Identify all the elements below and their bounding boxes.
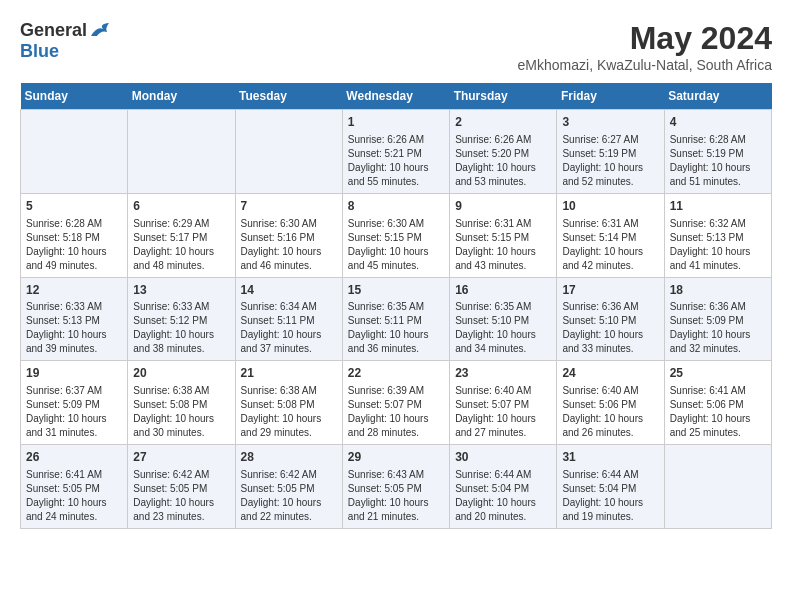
calendar-day-cell: 10Sunrise: 6:31 AM Sunset: 5:14 PM Dayli… [557,193,664,277]
calendar-day-cell: 30Sunrise: 6:44 AM Sunset: 5:04 PM Dayli… [450,445,557,529]
calendar-day-cell: 8Sunrise: 6:30 AM Sunset: 5:15 PM Daylig… [342,193,449,277]
calendar-day-cell: 6Sunrise: 6:29 AM Sunset: 5:17 PM Daylig… [128,193,235,277]
logo-bird-icon [89,22,111,40]
calendar-day-cell: 3Sunrise: 6:27 AM Sunset: 5:19 PM Daylig… [557,110,664,194]
day-info: Sunrise: 6:33 AM Sunset: 5:13 PM Dayligh… [26,300,122,356]
calendar-subtitle: eMkhomazi, KwaZulu-Natal, South Africa [518,57,772,73]
calendar-day-cell: 24Sunrise: 6:40 AM Sunset: 5:06 PM Dayli… [557,361,664,445]
day-info: Sunrise: 6:44 AM Sunset: 5:04 PM Dayligh… [455,468,551,524]
day-info: Sunrise: 6:43 AM Sunset: 5:05 PM Dayligh… [348,468,444,524]
calendar-day-cell: 12Sunrise: 6:33 AM Sunset: 5:13 PM Dayli… [21,277,128,361]
day-info: Sunrise: 6:29 AM Sunset: 5:17 PM Dayligh… [133,217,229,273]
day-number: 8 [348,198,444,215]
calendar-day-cell: 23Sunrise: 6:40 AM Sunset: 5:07 PM Dayli… [450,361,557,445]
calendar-day-cell: 20Sunrise: 6:38 AM Sunset: 5:08 PM Dayli… [128,361,235,445]
day-number: 25 [670,365,766,382]
calendar-day-cell: 21Sunrise: 6:38 AM Sunset: 5:08 PM Dayli… [235,361,342,445]
day-number: 16 [455,282,551,299]
day-of-week-header: Sunday [21,83,128,110]
day-info: Sunrise: 6:37 AM Sunset: 5:09 PM Dayligh… [26,384,122,440]
day-number: 22 [348,365,444,382]
day-info: Sunrise: 6:31 AM Sunset: 5:15 PM Dayligh… [455,217,551,273]
day-number: 20 [133,365,229,382]
day-info: Sunrise: 6:33 AM Sunset: 5:12 PM Dayligh… [133,300,229,356]
logo: General Blue [20,20,111,62]
calendar-day-cell: 26Sunrise: 6:41 AM Sunset: 5:05 PM Dayli… [21,445,128,529]
day-info: Sunrise: 6:41 AM Sunset: 5:06 PM Dayligh… [670,384,766,440]
day-number: 29 [348,449,444,466]
calendar-day-cell: 14Sunrise: 6:34 AM Sunset: 5:11 PM Dayli… [235,277,342,361]
calendar-day-cell: 13Sunrise: 6:33 AM Sunset: 5:12 PM Dayli… [128,277,235,361]
day-number: 23 [455,365,551,382]
day-info: Sunrise: 6:35 AM Sunset: 5:11 PM Dayligh… [348,300,444,356]
calendar-week-row: 12Sunrise: 6:33 AM Sunset: 5:13 PM Dayli… [21,277,772,361]
day-info: Sunrise: 6:36 AM Sunset: 5:09 PM Dayligh… [670,300,766,356]
day-number: 24 [562,365,658,382]
day-number: 28 [241,449,337,466]
day-number: 18 [670,282,766,299]
day-of-week-header: Saturday [664,83,771,110]
calendar-day-cell: 28Sunrise: 6:42 AM Sunset: 5:05 PM Dayli… [235,445,342,529]
day-info: Sunrise: 6:40 AM Sunset: 5:07 PM Dayligh… [455,384,551,440]
calendar-day-cell: 4Sunrise: 6:28 AM Sunset: 5:19 PM Daylig… [664,110,771,194]
days-header-row: SundayMondayTuesdayWednesdayThursdayFrid… [21,83,772,110]
page-header: General Blue May 2024 eMkhomazi, KwaZulu… [20,20,772,73]
day-of-week-header: Wednesday [342,83,449,110]
day-number: 2 [455,114,551,131]
day-number: 1 [348,114,444,131]
calendar-day-cell: 1Sunrise: 6:26 AM Sunset: 5:21 PM Daylig… [342,110,449,194]
calendar-day-cell: 5Sunrise: 6:28 AM Sunset: 5:18 PM Daylig… [21,193,128,277]
day-info: Sunrise: 6:30 AM Sunset: 5:15 PM Dayligh… [348,217,444,273]
day-info: Sunrise: 6:26 AM Sunset: 5:20 PM Dayligh… [455,133,551,189]
calendar-day-cell: 9Sunrise: 6:31 AM Sunset: 5:15 PM Daylig… [450,193,557,277]
day-of-week-header: Friday [557,83,664,110]
day-info: Sunrise: 6:39 AM Sunset: 5:07 PM Dayligh… [348,384,444,440]
day-number: 15 [348,282,444,299]
day-number: 27 [133,449,229,466]
day-info: Sunrise: 6:28 AM Sunset: 5:19 PM Dayligh… [670,133,766,189]
calendar-day-cell: 22Sunrise: 6:39 AM Sunset: 5:07 PM Dayli… [342,361,449,445]
day-info: Sunrise: 6:35 AM Sunset: 5:10 PM Dayligh… [455,300,551,356]
calendar-week-row: 26Sunrise: 6:41 AM Sunset: 5:05 PM Dayli… [21,445,772,529]
day-info: Sunrise: 6:41 AM Sunset: 5:05 PM Dayligh… [26,468,122,524]
day-info: Sunrise: 6:44 AM Sunset: 5:04 PM Dayligh… [562,468,658,524]
day-info: Sunrise: 6:34 AM Sunset: 5:11 PM Dayligh… [241,300,337,356]
calendar-day-cell: 2Sunrise: 6:26 AM Sunset: 5:20 PM Daylig… [450,110,557,194]
day-number: 19 [26,365,122,382]
title-block: May 2024 eMkhomazi, KwaZulu-Natal, South… [518,20,772,73]
day-info: Sunrise: 6:26 AM Sunset: 5:21 PM Dayligh… [348,133,444,189]
day-info: Sunrise: 6:40 AM Sunset: 5:06 PM Dayligh… [562,384,658,440]
day-number: 14 [241,282,337,299]
calendar-table: SundayMondayTuesdayWednesdayThursdayFrid… [20,83,772,529]
calendar-week-row: 1Sunrise: 6:26 AM Sunset: 5:21 PM Daylig… [21,110,772,194]
day-of-week-header: Thursday [450,83,557,110]
calendar-day-cell: 16Sunrise: 6:35 AM Sunset: 5:10 PM Dayli… [450,277,557,361]
day-number: 30 [455,449,551,466]
day-number: 10 [562,198,658,215]
calendar-day-cell: 19Sunrise: 6:37 AM Sunset: 5:09 PM Dayli… [21,361,128,445]
calendar-day-cell: 11Sunrise: 6:32 AM Sunset: 5:13 PM Dayli… [664,193,771,277]
day-info: Sunrise: 6:27 AM Sunset: 5:19 PM Dayligh… [562,133,658,189]
logo-blue-text: Blue [20,41,59,62]
calendar-day-cell: 17Sunrise: 6:36 AM Sunset: 5:10 PM Dayli… [557,277,664,361]
day-number: 21 [241,365,337,382]
day-info: Sunrise: 6:31 AM Sunset: 5:14 PM Dayligh… [562,217,658,273]
calendar-day-cell: 15Sunrise: 6:35 AM Sunset: 5:11 PM Dayli… [342,277,449,361]
calendar-day-cell [235,110,342,194]
day-info: Sunrise: 6:28 AM Sunset: 5:18 PM Dayligh… [26,217,122,273]
day-number: 3 [562,114,658,131]
calendar-day-cell [664,445,771,529]
day-number: 6 [133,198,229,215]
day-number: 31 [562,449,658,466]
day-info: Sunrise: 6:36 AM Sunset: 5:10 PM Dayligh… [562,300,658,356]
day-of-week-header: Tuesday [235,83,342,110]
day-info: Sunrise: 6:42 AM Sunset: 5:05 PM Dayligh… [241,468,337,524]
day-info: Sunrise: 6:38 AM Sunset: 5:08 PM Dayligh… [133,384,229,440]
calendar-day-cell: 27Sunrise: 6:42 AM Sunset: 5:05 PM Dayli… [128,445,235,529]
day-info: Sunrise: 6:30 AM Sunset: 5:16 PM Dayligh… [241,217,337,273]
calendar-day-cell: 18Sunrise: 6:36 AM Sunset: 5:09 PM Dayli… [664,277,771,361]
day-number: 11 [670,198,766,215]
day-info: Sunrise: 6:38 AM Sunset: 5:08 PM Dayligh… [241,384,337,440]
calendar-day-cell: 25Sunrise: 6:41 AM Sunset: 5:06 PM Dayli… [664,361,771,445]
day-of-week-header: Monday [128,83,235,110]
